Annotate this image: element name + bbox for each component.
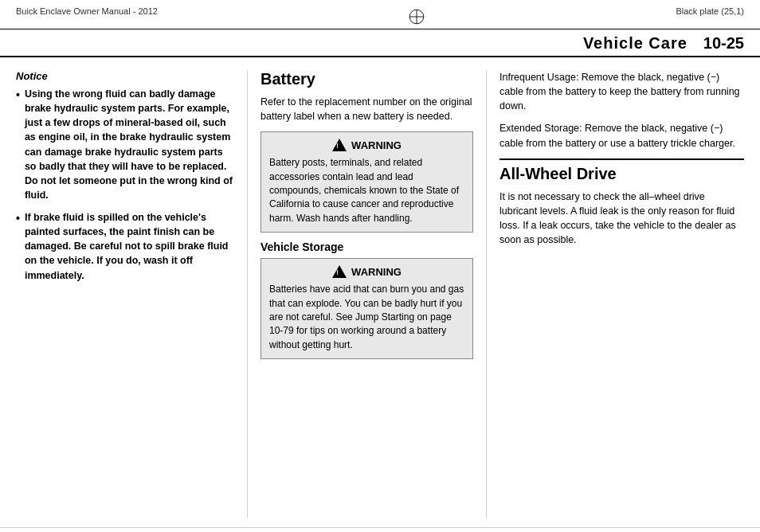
page-footer xyxy=(0,527,760,532)
warning-text-2: Batteries have acid that can burn you an… xyxy=(269,283,464,352)
notice-title: Notice xyxy=(16,70,233,82)
battery-intro-text: Refer to the replacement number on the o… xyxy=(261,95,473,123)
allwheel-text: It is not necessary to check the all–whe… xyxy=(499,190,744,248)
vehicle-storage-title: Vehicle Storage xyxy=(261,241,473,253)
extended-storage-text: Extended Storage: Remove the black, nega… xyxy=(499,121,744,150)
notice-list: • Using the wrong fluid can badly damage… xyxy=(16,87,233,283)
warning-header-1: WARNING xyxy=(269,139,464,151)
warning-box-2: WARNING Batteries have acid that can bur… xyxy=(261,258,473,359)
left-column: Notice • Using the wrong fluid can badly… xyxy=(16,70,247,518)
page-title: Vehicle Care xyxy=(583,34,688,53)
list-item: • Using the wrong fluid can badly damage… xyxy=(16,87,233,202)
notice-bullet1-text: Using the wrong fluid can badly damage b… xyxy=(25,87,233,202)
warning-box-1: WARNING Battery posts, terminals, and re… xyxy=(261,131,473,233)
header-right-text: Black plate (25,1) xyxy=(676,6,744,16)
warning-label-1: WARNING xyxy=(351,139,402,151)
list-item: • If brake fluid is spilled on the vehic… xyxy=(16,210,233,283)
header-left-text: Buick Enclave Owner Manual - 2012 xyxy=(16,6,158,16)
page-header: Buick Enclave Owner Manual - 2012 Black … xyxy=(0,0,760,29)
warning-triangle-icon-1 xyxy=(332,139,347,151)
allwheel-title: All-Wheel Drive xyxy=(499,158,744,183)
content-area: Notice • Using the wrong fluid can badly… xyxy=(0,57,760,526)
infrequent-usage-text: Infrequent Usage: Remove the black, nega… xyxy=(499,70,744,113)
battery-title: Battery xyxy=(261,70,473,88)
middle-column: Battery Refer to the replacement number … xyxy=(247,70,486,518)
header-center xyxy=(408,6,425,25)
page-title-bar: Vehicle Care 10-25 xyxy=(0,29,760,57)
warning-text-1: Battery posts, terminals, and related ac… xyxy=(269,156,464,225)
notice-bullet2-text: If brake fluid is spilled on the vehicle… xyxy=(25,210,233,283)
warning-header-2: WARNING xyxy=(269,265,464,278)
page-number: 10-25 xyxy=(703,34,744,53)
warning-label-2: WARNING xyxy=(351,266,402,278)
warning-triangle-icon-2 xyxy=(332,265,347,278)
right-column: Infrequent Usage: Remove the black, nega… xyxy=(486,70,744,518)
registration-mark-icon xyxy=(408,8,425,25)
